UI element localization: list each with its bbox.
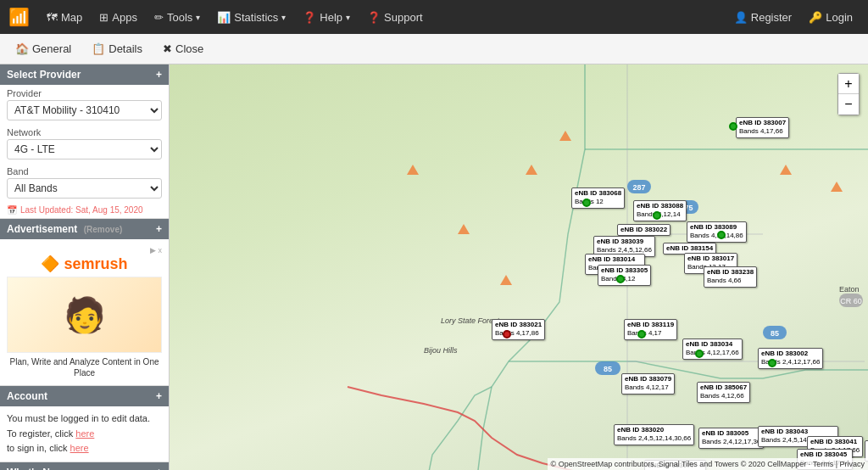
account-header: Account + [0,386,169,406]
ad-text: Plan, Write and Analyze Content in One P… [7,356,162,378]
map-attribution: © OpenStreetMap contributors. Signal Til… [548,458,868,470]
provider-section: Select Provider + Provider AT&T Mobility… [0,64,169,219]
map-dot-383089 [717,231,726,239]
secondary-bar: 🏠 General 📋 Details ✖ Close [0,34,868,64]
general-tab[interactable]: 🏠 General [7,39,80,59]
map-area[interactable]: 287 85 85 CR 60 CR 82 CR 90 287 375 [170,64,868,470]
details-tab[interactable]: 📋 Details [83,39,151,59]
details-icon: 📋 [92,42,105,55]
main-area: Select Provider + Provider AT&T Mobility… [0,64,868,470]
enb-marker-385067[interactable]: eNB ID 385067Bands 4,12,66 [697,382,750,403]
band-select[interactable]: All Bands [7,178,162,199]
band-label: Band [7,166,162,176]
statistics-icon: 📊 [217,11,231,24]
provider-section-title: Select Provider [7,69,81,81]
provider-collapse-icon[interactable]: + [156,69,162,81]
map-icon: 🗺 [47,11,58,24]
enb-marker-383041[interactable]: eNB ID 383041Bands 2,4,17,66 [807,436,863,457]
login-icon: 🔑 [809,11,822,24]
map-dot-383002 [768,359,776,367]
register-icon: 👤 [734,11,748,24]
zoom-out-button[interactable]: − [838,94,859,115]
account-title: Account [7,390,47,402]
nav-tools[interactable]: ✏ Tools ▾ [147,8,207,27]
help-icon: ❓ [303,11,316,24]
enb-marker-383119[interactable]: eNB ID 383119Bands 4,17 [624,319,677,340]
tools-icon: ✏ [154,11,164,24]
nav-right: 👤 Register 🔑 Login [727,8,860,27]
enb-marker-383007[interactable]: eNB ID 383007Bands 4,17,66 [736,117,789,138]
calendar-icon: 📅 [7,205,17,215]
map-dot-383007 [729,122,737,131]
enb-marker-383020[interactable]: eNB ID 383020Bands 2,4,5,12,14,30,66 [614,424,694,445]
nav-statistics[interactable]: 📊 Statistics ▾ [210,8,292,27]
semrush-logo[interactable]: 🔶 semrush [7,255,162,273]
whats-new-collapse-icon[interactable]: + [156,467,162,470]
ad-header: Advertisement (Remove) + [0,219,169,239]
account-line3: to sign in, click [7,443,70,453]
account-line1: You must be logged in to edit data. [7,413,150,423]
enb-marker-383154[interactable]: eNB ID 383154 [663,243,716,255]
logo: 📶 [8,7,30,27]
ad-image: 🧑 [7,277,162,353]
nav-login[interactable]: 🔑 Login [802,8,860,27]
enb-marker-383238[interactable]: eNB ID 383238Bands 4,66 [704,266,757,288]
enb-marker-383079[interactable]: eNB ID 383079Bands 4,12,17 [621,373,675,394]
whats-new-section: What's New + [0,462,169,470]
provider-select[interactable]: AT&T Mobility - 310410 [7,100,162,120]
account-line2: To register, click [7,428,75,439]
enb-markers-container: eNB ID 383007Bands 4,17,66 eNB ID 383068… [170,64,868,470]
nav-register[interactable]: 👤 Register [727,8,798,27]
enb-marker-383021[interactable]: eNB ID 383021Bands 4,17,86 [492,319,545,340]
last-updated: 📅 Last Updated: Sat, Aug 15, 2020 [0,202,169,218]
map-dot-383021 [503,330,511,339]
ad-section: Advertisement (Remove) + ▶ x 🔶 semrush 🧑… [0,219,169,386]
ad-title: Advertisement (Remove) [7,223,122,235]
nav-apps[interactable]: ⊞ Apps [92,8,144,27]
enb-marker-383014[interactable]: eNB ID 383014Bands 4,12,17,30 [585,254,645,275]
register-link[interactable]: here [75,428,94,439]
help-dropdown-arrow: ▾ [346,13,350,22]
apps-icon: ⊞ [99,11,108,24]
zoom-in-button[interactable]: + [838,74,859,94]
enb-marker-383039[interactable]: eNB ID 383039Bands 2,4,5,12,66 [593,236,655,257]
home-icon: 🏠 [15,42,29,55]
wifi-icon: 📶 [8,7,30,27]
account-section: Account + You must be logged in to edit … [0,386,169,462]
network-field: Network 4G - LTE [0,124,169,163]
map-dot-383088 [653,211,661,220]
enb-marker-383017[interactable]: eNB ID 383017Bands 12,17 [684,253,737,274]
enb-marker-383005[interactable]: eNB ID 383005Bands 2,4,12,17,30 [698,428,764,449]
enb-marker-383068[interactable]: eNB ID 383068Bands 12 [571,187,625,209]
provider-label: Provider [7,88,162,98]
ad-remove-button[interactable]: (Remove) [84,225,123,234]
ad-content: ▶ x 🔶 semrush 🧑 Plan, Write and Analyze … [0,239,169,385]
map-zoom-controls: + − [837,73,860,115]
enb-marker-383022[interactable]: eNB ID 383022 [617,224,670,236]
provider-field: Provider AT&T Mobility - 310410 [0,85,169,124]
enb-marker-383089[interactable]: eNB ID 383089Bands 4,12,14,86 [687,221,747,243]
enb-marker-383305[interactable]: eNB ID 383305Bands 4,12 [598,265,651,286]
signin-link[interactable]: here [70,443,89,453]
nav-support[interactable]: ❓ Support [360,8,430,27]
provider-section-header: Select Provider + [0,64,169,85]
ad-adby: ▶ x [7,246,162,255]
whats-new-title: What's New [7,467,64,470]
band-field: Band All Bands [0,163,169,202]
ad-figure-icon: 🧑 [64,295,106,335]
ad-collapse-icon[interactable]: + [156,223,162,235]
statistics-dropdown-arrow: ▾ [281,13,286,22]
whats-new-header: What's New + [0,462,169,470]
enb-marker-383043[interactable]: eNB ID 383043Bands 2,4,5,14,17,30,66 [758,426,838,447]
nav-help[interactable]: ❓ Help ▾ [296,8,357,27]
sidebar: Select Provider + Provider AT&T Mobility… [0,64,170,470]
account-collapse-icon[interactable]: + [156,390,162,402]
enb-marker-383034[interactable]: eNB ID 383034Bands 4,12,17,66 [682,339,743,360]
nav-map[interactable]: 🗺 Map [40,8,89,27]
tools-dropdown-arrow: ▾ [196,13,200,22]
map-dot-383068 [582,199,591,207]
close-icon: ✖ [163,42,172,55]
network-select[interactable]: 4G - LTE [7,139,162,159]
enb-marker-383002[interactable]: eNB ID 383002Bands 2,4,12,17,66 [758,348,823,369]
close-tab[interactable]: ✖ Close [154,39,212,59]
